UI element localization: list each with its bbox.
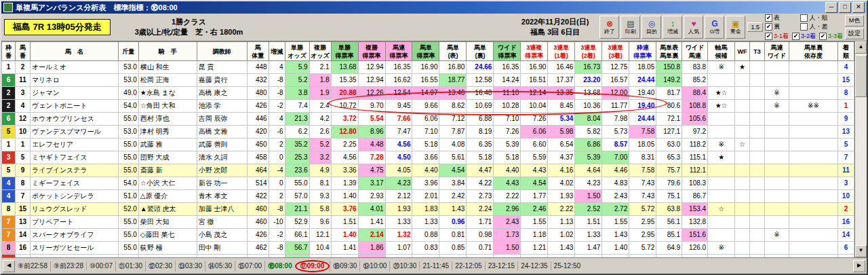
table-row[interactable]: 12オールミオ53.0横山 和生昆 貢44845.92.113.6812.941… [2,61,854,74]
table-row[interactable]: 47ポケットシンデレラ51.0△原 優介青木 孝文422257.09.31.40… [2,190,854,203]
cell-t3 [750,242,765,255]
cell-uma: 13 [15,216,30,229]
time-item[interactable]: ⑨前23:28 [50,261,86,272]
table-row[interactable]: 815リュウグスレッド52.0▲鷲頭 虎太加藤 士津八460-821.15.83… [2,203,854,216]
time-item[interactable]: 23-12:15 [485,261,517,270]
race-date: 2022年11月20日(日) 福島 3回 6日目 [521,17,589,37]
cell-p8: 13.35 [548,87,575,100]
timebar-scroll-right[interactable]: ▶ [853,260,865,272]
cell-name: スリーガツヒセール [30,242,118,255]
time-item[interactable]: ⑫02:30 [145,261,175,272]
cell-t3 [750,61,765,74]
cell-tan: 56.7 [285,242,309,255]
cell-p10: 2.72 [602,203,629,216]
time-item[interactable]: ⑯08:00 [264,261,295,272]
checkbox-3-2着[interactable]: ✔3-2着 [792,32,816,41]
time-item[interactable]: ⑱09:30 [330,261,359,272]
toolbar-button-増減[interactable]: ↕増減 [663,16,682,39]
cell-p10: 11.77 [602,100,629,113]
time-item[interactable]: ⑲10:00 [359,261,389,272]
cell-p9: 1.51 [575,216,602,229]
cell-p2: 1.33 [385,216,412,229]
table-row[interactable]: 713プリペアート55.0柴田 大知宮 徹460-1052.99.61.511.… [2,216,854,229]
cell-kin: 52.0 [118,203,138,216]
cell-p7: 6.06 [521,126,548,139]
table-row[interactable]: 24ヴェントボニート54.0☆角田 大和池添 学426-27.42.410.72… [2,100,854,113]
col-header-19: 3連単(2着) [575,42,602,61]
scroll-down-icon[interactable]: ▼ [855,245,867,257]
time-item[interactable]: ⑪01:30 [115,261,145,272]
cell-p4: 0.81 [439,229,467,242]
settings-button[interactable]: 設定 [845,28,864,39]
cell-r2: 108.3 [682,177,708,190]
cell-r1: 64.9 [656,242,682,255]
time-item[interactable]: 24-12:35 [517,261,550,270]
timebar-scroll-left[interactable]: ◀ [3,260,15,272]
exit-icon: ⊗ [606,20,613,29]
cell-fuku: 10.4 [309,242,331,255]
cell-uma: 11 [15,74,30,87]
vertical-scrollbar[interactable]: ▲ ▼ [854,41,867,257]
time-item[interactable]: 21-11:45 [419,261,452,270]
toolbar-button-目的[interactable]: ◎目的 [642,16,661,39]
checkbox-3-1着[interactable]: ✔3-1着 [765,32,789,41]
cell-waku: 5 [2,126,16,139]
table-row[interactable]: 611マリネロ53.0松岡 正海嘉藤 貴行432-85.21.815.3512.… [2,74,854,87]
minimize-button[interactable]: ─ [825,2,837,13]
checkbox-表[interactable]: ✔表 [765,14,795,22]
scrollbar-track[interactable] [855,54,867,245]
checkbox-裏[interactable]: ✔裏 [765,22,795,31]
table-row[interactable]: 11エレフセリア55.0武藤 雅武藤 善則450235.25.22.254.48… [2,139,854,151]
cell-p8: 2.22 [548,203,575,216]
cell-p3: 6.06 [412,113,439,126]
table-row[interactable]: 48ミギーフェイス54.0☆小沢 大仁新谷 功一514055.08.11.393… [2,177,854,190]
toolbar-button-G増[interactable]: GG増 [705,16,724,39]
time-item[interactable]: ⑮07:00 [235,261,264,272]
checkbox-人・差[interactable]: 人・差 [800,22,843,31]
cell-fuku: 8.1 [309,177,331,190]
table-row[interactable]: 714スパークオブライフ55.0◇藤田 菜七小島 茂之426-266.112.1… [2,229,854,242]
toolbar-button-終了[interactable]: ⊗終了 [599,16,619,39]
cell-uma: 14 [15,229,30,242]
maximize-button[interactable]: □ [839,2,851,13]
time-item[interactable]: ⑧前22:58 [15,261,50,272]
scrollbar-thumb[interactable] [855,55,867,97]
cell-name: ヴァンデスプマワール [30,126,118,139]
close-button[interactable]: ✕ [852,2,865,13]
checkbox-人・順[interactable]: 人・順 [800,14,843,22]
table-row[interactable]: 510ヴァンデスプマワール53.0津村 明秀高橋 文雅420-66.22.612… [2,126,854,139]
cell-p1: 1.86 [358,242,385,255]
toolbar-button-黄金[interactable]: ▣黄金 [726,16,745,39]
ratio-1-5-button[interactable]: 1.5 [747,22,763,32]
table-row[interactable]: 35ミヤギトフェイス55.0団野 大成清水 久詞458025.33.24.567… [2,151,854,164]
table-row[interactable]: 612ホウオウプリンセス55.0西村 淳也吉岡 辰弥446421.34.23.7… [2,113,854,126]
col-header-13: 馬単得票率 [412,42,439,61]
cell-p6: 4.40 [494,164,521,177]
time-item[interactable]: ⑳10:30 [389,261,419,272]
cell-r1: 85.1 [656,229,682,242]
time-item[interactable]: 25-12:50 [551,261,583,270]
cell-r1: 72.1 [656,113,682,126]
toolbar-button-印刷[interactable]: ▤印刷 [620,16,640,39]
cell-wf [735,151,750,164]
cell-name: オールミオ [30,61,118,74]
checkbox-label: 表 [774,14,780,22]
time-item[interactable]: ⑩00:07 [86,261,115,270]
scroll-up-icon[interactable]: ▲ [855,41,867,54]
checkbox-3-3着[interactable]: ✔3-3着 [819,32,843,41]
cell-uma: 8 [15,177,30,190]
time-item[interactable]: 22-12:05 [452,261,484,270]
col-header-29: 着順 [837,42,854,61]
table-row[interactable]: 23ジャマン49.0★永島 まな高橋 康之480-83.81.920.8812.… [2,87,854,100]
table-row[interactable]: 59ライブインステラ55.0斎藤 新小野 次郎464-423.64.93.364… [2,164,854,177]
table-row[interactable]: 816スリーガツヒセール55.0荻野 極田中 剛462-856.710.41.4… [2,242,854,255]
cell-r1: 75.1 [656,190,682,203]
toolbar-button-人気[interactable]: ♥人気 [684,16,703,39]
cell-taiju: 432 [247,74,269,87]
checkbox-box [800,23,808,31]
time-item[interactable]: ⑭05:30 [205,261,235,272]
m-color-button[interactable]: M色 [845,15,864,26]
cell-trainer: 田中 剛 [197,242,247,255]
time-item[interactable]: ⑬03:30 [175,261,205,272]
time-item[interactable]: ⑰09:00 [295,260,330,272]
